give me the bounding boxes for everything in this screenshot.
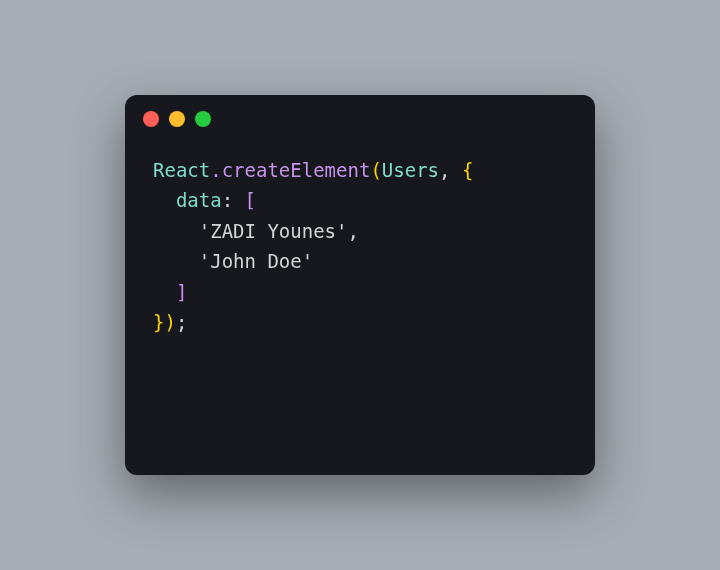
code-token-rbrace: }	[153, 311, 164, 333]
code-line-3: 'ZADI Younes',	[153, 216, 567, 246]
code-token-method: createElement	[222, 159, 371, 181]
maximize-icon[interactable]	[195, 111, 211, 127]
code-token-colon: :	[222, 189, 233, 211]
code-token-object: React	[153, 159, 210, 181]
code-line-2: data: [	[153, 185, 567, 215]
close-icon[interactable]	[143, 111, 159, 127]
code-token-lbrace: {	[462, 159, 473, 181]
code-token-comma: ,	[347, 220, 358, 242]
code-token-lparen: (	[370, 159, 381, 181]
code-line-1: React.createElement(Users, {	[153, 155, 567, 185]
code-editor-window: React.createElement(Users, { data: [ 'ZA…	[125, 95, 595, 475]
code-line-5: ]	[153, 277, 567, 307]
code-token-component: Users	[382, 159, 439, 181]
code-token-string-0: 'ZADI Younes'	[199, 220, 348, 242]
code-token-semi: ;	[176, 311, 187, 333]
code-token-comma: ,	[439, 159, 450, 181]
minimize-icon[interactable]	[169, 111, 185, 127]
code-token-rparen: )	[164, 311, 175, 333]
code-token-key: data	[176, 189, 222, 211]
code-token-space	[233, 189, 244, 211]
code-token-space	[450, 159, 461, 181]
code-content: React.createElement(Users, { data: [ 'ZA…	[125, 143, 595, 349]
window-titlebar	[125, 95, 595, 143]
code-line-6: });	[153, 307, 567, 337]
code-token-string-1: 'John Doe'	[199, 250, 313, 272]
code-line-4: 'John Doe'	[153, 246, 567, 276]
code-token-dot: .	[210, 159, 221, 181]
code-token-lbracket: [	[245, 189, 256, 211]
code-token-rbracket: ]	[176, 281, 187, 303]
